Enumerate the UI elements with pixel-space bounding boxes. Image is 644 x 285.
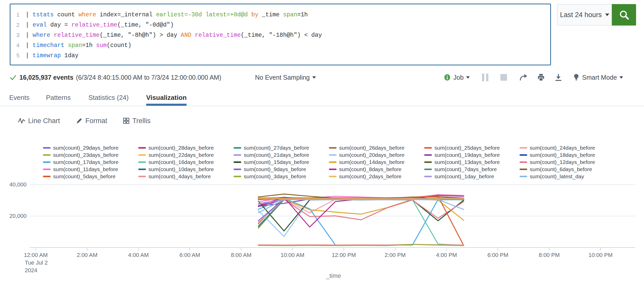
legend-item[interactable]: sum(count)_21days_before (234, 151, 309, 159)
legend-label: sum(count)_13days_before (434, 159, 500, 165)
spl-code-text: | timechart span=1h sum(count) (22, 40, 131, 51)
events-range: (6/3/24 8:40:15.000 AM to 7/3/24 12:00:0… (76, 74, 221, 81)
chevron-down-icon (605, 14, 609, 16)
job-menu[interactable]: Job (444, 72, 470, 82)
series-line-sum(count)_15days_before[interactable] (258, 200, 464, 231)
legend-swatch (424, 147, 432, 149)
tab-statistics-24[interactable]: Statistics (24) (88, 89, 129, 106)
legend-item[interactable]: sum(count)_24days_before (520, 144, 595, 151)
spl-code-text: | eval day = relative_time(_time, "-0d@d… (22, 20, 174, 30)
legend-item[interactable]: sum(count)_16days_before (138, 159, 214, 166)
tab-patterns[interactable]: Patterns (46, 89, 71, 106)
trellis-button[interactable]: Trellis (123, 115, 151, 126)
legend-item[interactable]: sum(count)_23days_before (43, 151, 119, 159)
legend-item[interactable]: sum(count)_22days_before (138, 151, 214, 159)
spl-line[interactable]: 1| tstats count where index=_internal ea… (10, 10, 550, 20)
line-number: 1 (14, 10, 22, 20)
series-line-sum(count)_2days_before[interactable] (258, 199, 464, 199)
legend-item[interactable]: sum(count)_25days_before (424, 144, 500, 151)
share-button[interactable] (519, 72, 528, 82)
legend-label: sum(count)_9days_before (244, 166, 306, 172)
legend-item[interactable]: sum(count)_12days_before (520, 159, 595, 166)
legend-item[interactable]: sum(count)_20days_before (329, 151, 405, 159)
legend-swatch (329, 147, 337, 149)
legend-item[interactable]: sum(count)_9days_before (234, 166, 306, 173)
legend-item[interactable]: sum(count)_29days_before (43, 144, 119, 151)
legend-label: sum(count)_6days_before (530, 166, 592, 172)
x-tick-label: 6:00 PM (480, 252, 516, 258)
legend-item[interactable]: sum(count)_7days_before (424, 166, 497, 173)
job-status-bar: 16,025,937 events (6/3/24 8:40:15.000 AM… (0, 72, 644, 82)
x-tick-label: 12:00 PM (326, 252, 362, 258)
legend-swatch (520, 154, 527, 156)
format-button[interactable]: Format (76, 115, 107, 126)
series-line-sum(count)_20days_before[interactable] (258, 198, 464, 236)
x-tick-label: 10:00 PM (583, 252, 618, 258)
legend-swatch (138, 161, 146, 163)
spl-line[interactable]: 4| timechart span=1h sum(count) (10, 40, 550, 51)
time-range-label: Last 24 hours (560, 11, 602, 19)
legend-swatch (138, 154, 146, 156)
x-tick-label: 8:00 PM (531, 252, 567, 258)
event-sampling-label: No Event Sampling (255, 74, 310, 81)
legend-item[interactable]: sum(count)_26days_before (329, 144, 405, 151)
series-line-sum(count)_16days_before[interactable] (258, 199, 464, 245)
legend-label: sum(count)_29days_before (53, 145, 119, 151)
legend-swatch (520, 169, 527, 170)
time-range-picker[interactable]: Last 24 hours (557, 4, 612, 26)
x-axis-date-line2: 2024 (25, 267, 37, 274)
legend-item[interactable]: sum(count)_15days_before (234, 159, 309, 166)
legend-item[interactable]: sum(count)_8days_before (329, 166, 401, 173)
y-tick-label: 20,000 (0, 213, 27, 219)
legend-label: sum(count)_11days_before (53, 166, 118, 172)
legend-item[interactable]: sum(count)_27days_before (234, 144, 309, 151)
spl-line[interactable]: 3| where relative_time(_time, "-8h@h") >… (10, 30, 550, 40)
legend-swatch (234, 147, 241, 149)
x-axis-date-line1: Tue Jul 2 (25, 259, 48, 266)
spl-line[interactable]: 5| timewrap 1day (10, 51, 550, 61)
tab-events[interactable]: Events (9, 89, 30, 106)
line-number: 4 (14, 40, 22, 51)
x-tick-label: 12:00 AM (18, 252, 54, 258)
legend-item[interactable]: sum(count)_6days_before (520, 166, 592, 173)
legend-item[interactable]: sum(count)_28days_before (138, 144, 214, 151)
legend-item[interactable]: sum(count)_17days_before (43, 159, 119, 166)
pause-icon (482, 74, 488, 81)
events-summary: 16,025,937 events (6/3/24 8:40:15.000 AM… (9, 72, 221, 82)
legend-item[interactable]: sum(count)_13days_before (424, 159, 500, 166)
export-button[interactable] (554, 72, 563, 82)
legend-swatch (234, 161, 241, 163)
stop-icon (500, 74, 507, 81)
chart-type-button[interactable]: Line Chart (18, 115, 60, 126)
print-button[interactable] (537, 72, 545, 82)
format-label: Format (85, 117, 107, 125)
tab-visualization[interactable]: Visualization (146, 89, 187, 106)
legend-item[interactable]: sum(count)_18days_before (520, 151, 595, 159)
search-mode-dropdown[interactable]: Smart Mode (573, 72, 623, 82)
legend-item[interactable]: sum(count)_14days_before (329, 159, 405, 166)
search-button[interactable] (612, 4, 636, 26)
trellis-grid-icon (123, 117, 130, 124)
event-sampling-dropdown[interactable]: No Event Sampling (255, 72, 316, 82)
chart-canvas (0, 176, 644, 255)
search-query-editor[interactable]: 1| tstats count where index=_internal ea… (10, 4, 551, 65)
legend-label: sum(count)_28days_before (148, 145, 214, 151)
legend-label: sum(count)_14days_before (339, 159, 405, 165)
legend-item[interactable]: sum(count)_11days_before (43, 166, 118, 173)
x-axis-title: _time (303, 272, 364, 279)
legend-swatch (234, 154, 241, 156)
legend-item[interactable]: sum(count)_10days_before (138, 166, 214, 173)
legend-label: sum(count)_7days_before (434, 166, 497, 172)
search-icon (618, 9, 630, 20)
line-chart-icon (18, 117, 26, 125)
pause-button[interactable] (482, 72, 488, 82)
legend-label: sum(count)_24days_before (530, 145, 595, 151)
legend-label: sum(count)_10days_before (148, 166, 214, 172)
spl-code-text: | timewrap 1day (22, 51, 78, 61)
series-line-sum(count)_17days_before[interactable] (258, 198, 464, 245)
legend-swatch (329, 169, 337, 170)
legend-item[interactable]: sum(count)_19days_before (424, 151, 500, 159)
spl-line[interactable]: 2| eval day = relative_time(_time, "-0d@… (10, 20, 550, 30)
stop-button[interactable] (500, 72, 507, 82)
events-count: 16,025,937 events (19, 74, 73, 81)
